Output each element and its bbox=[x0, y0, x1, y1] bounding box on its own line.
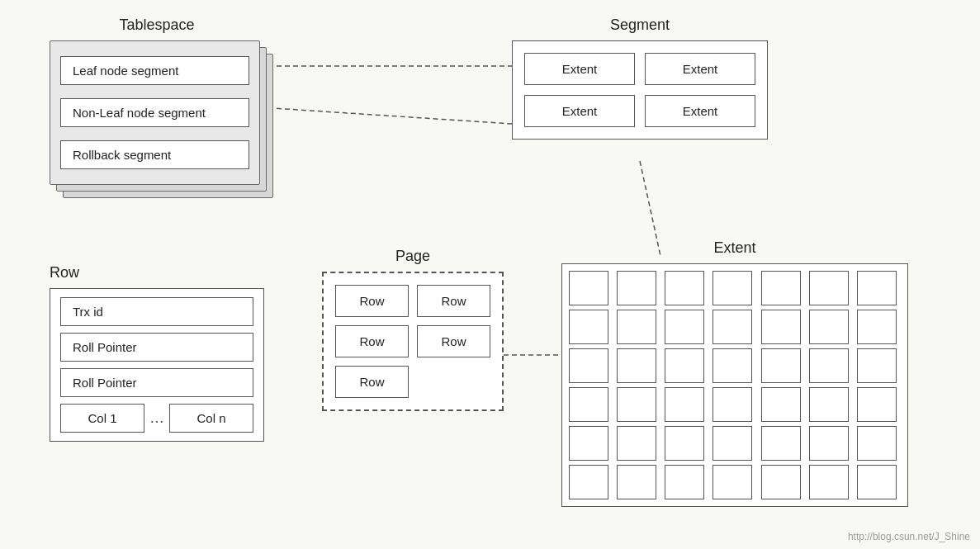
extent-cell bbox=[665, 465, 704, 499]
extent-cell bbox=[665, 426, 704, 461]
extent-cell bbox=[857, 465, 897, 499]
extent-cell bbox=[809, 387, 849, 422]
extent-title: Extent bbox=[561, 239, 908, 257]
page-section: Page Row Row Row Row Row bbox=[322, 248, 504, 411]
tablespace-item-nonleaf: Non-Leaf node segment bbox=[60, 98, 249, 127]
page-row-3: Row bbox=[335, 325, 409, 357]
page-title: Page bbox=[322, 248, 504, 265]
row-box: Trx id Roll Pointer Roll Pointer Col 1 …… bbox=[50, 288, 264, 442]
row-cols: Col 1 … Col n bbox=[60, 404, 253, 433]
segment-box: Extent Extent Extent Extent bbox=[512, 40, 768, 140]
row-section: Row Trx id Roll Pointer Roll Pointer Col… bbox=[50, 264, 264, 442]
tablespace-layer-1: Leaf node segment Non-Leaf node segment … bbox=[50, 40, 260, 185]
extent-cell bbox=[713, 310, 752, 344]
extent-cell bbox=[761, 348, 801, 383]
extent-cell bbox=[713, 271, 752, 305]
watermark: http://blog.csun.net/J_Shine bbox=[848, 531, 970, 542]
row-coln: Col n bbox=[169, 404, 253, 433]
tablespace-title: Tablespace bbox=[50, 17, 264, 34]
page-row-4: Row bbox=[417, 325, 490, 357]
extent-cell bbox=[569, 310, 608, 344]
tablespace-stack: Leaf node segment Non-Leaf node segment … bbox=[50, 40, 264, 206]
row-title: Row bbox=[50, 264, 264, 282]
extent-cell bbox=[617, 465, 656, 499]
tablespace-item-rollback: Rollback segment bbox=[60, 140, 249, 169]
extent-cell bbox=[569, 348, 608, 383]
extent-cell bbox=[569, 387, 608, 422]
tablespace-section: Tablespace Leaf node segment Non-Leaf no… bbox=[50, 17, 264, 206]
extent-cell bbox=[617, 271, 656, 305]
extent-cell bbox=[761, 426, 801, 461]
segment-title: Segment bbox=[512, 17, 768, 34]
extent-cell bbox=[617, 348, 656, 383]
extent-cell bbox=[665, 348, 704, 383]
row-trx-id: Trx id bbox=[60, 297, 253, 326]
extent-cell bbox=[857, 348, 897, 383]
extent-grid bbox=[561, 263, 908, 507]
extent-cell bbox=[761, 387, 801, 422]
extent-cell bbox=[809, 426, 849, 461]
row-dots-ellipsis: … bbox=[149, 409, 164, 427]
segment-extent-1: Extent bbox=[524, 53, 635, 85]
extent-cell bbox=[617, 387, 656, 422]
extent-section: Extent bbox=[561, 239, 908, 507]
page-row-1: Row bbox=[335, 285, 409, 317]
extent-cell bbox=[809, 271, 849, 305]
extent-cell bbox=[761, 310, 801, 344]
segment-extent-2: Extent bbox=[645, 53, 755, 85]
extent-cell bbox=[857, 310, 897, 344]
extent-cell bbox=[761, 465, 801, 499]
row-col1: Col 1 bbox=[60, 404, 144, 433]
extent-cell bbox=[809, 465, 849, 499]
extent-cell bbox=[617, 310, 656, 344]
extent-cell bbox=[665, 271, 704, 305]
page-row-2: Row bbox=[417, 285, 490, 317]
page-box: Row Row Row Row Row bbox=[322, 272, 504, 411]
extent-cell bbox=[665, 310, 704, 344]
diagram-area: Tablespace Leaf node segment Non-Leaf no… bbox=[0, 0, 980, 549]
extent-cell bbox=[857, 271, 897, 305]
page-row-5: Row bbox=[335, 366, 409, 398]
extent-cell bbox=[617, 426, 656, 461]
segment-extent-4: Extent bbox=[645, 95, 755, 127]
extent-cell bbox=[713, 387, 752, 422]
extent-cell bbox=[713, 465, 752, 499]
extent-cell bbox=[713, 426, 752, 461]
extent-cell bbox=[713, 348, 752, 383]
segment-extent-3: Extent bbox=[524, 95, 635, 127]
extent-cell bbox=[761, 271, 801, 305]
extent-cell bbox=[569, 426, 608, 461]
extent-cell bbox=[809, 348, 849, 383]
svg-line-1 bbox=[260, 107, 512, 124]
row-roll-pointer-1: Roll Pointer bbox=[60, 333, 253, 362]
extent-cell bbox=[665, 387, 704, 422]
segment-section: Segment Extent Extent Extent Extent bbox=[512, 17, 768, 140]
extent-cell bbox=[809, 310, 849, 344]
row-roll-pointer-2: Roll Pointer bbox=[60, 368, 253, 397]
extent-cell bbox=[569, 465, 608, 499]
extent-cell bbox=[857, 387, 897, 422]
tablespace-item-leaf: Leaf node segment bbox=[60, 56, 249, 85]
extent-cell bbox=[569, 271, 608, 305]
extent-cell bbox=[857, 426, 897, 461]
